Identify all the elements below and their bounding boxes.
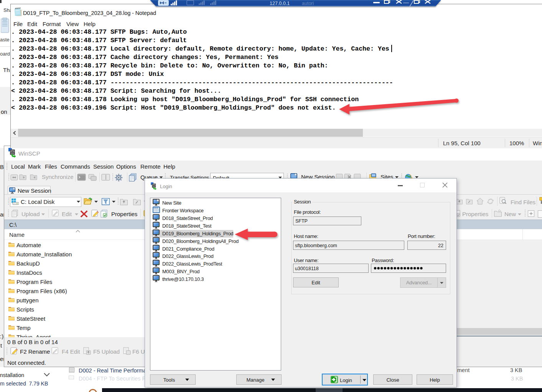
svg-text:autori: autori <box>302 1 314 6</box>
svg-text:127.0.0.1: 127.0.0.1 <box>270 1 290 6</box>
